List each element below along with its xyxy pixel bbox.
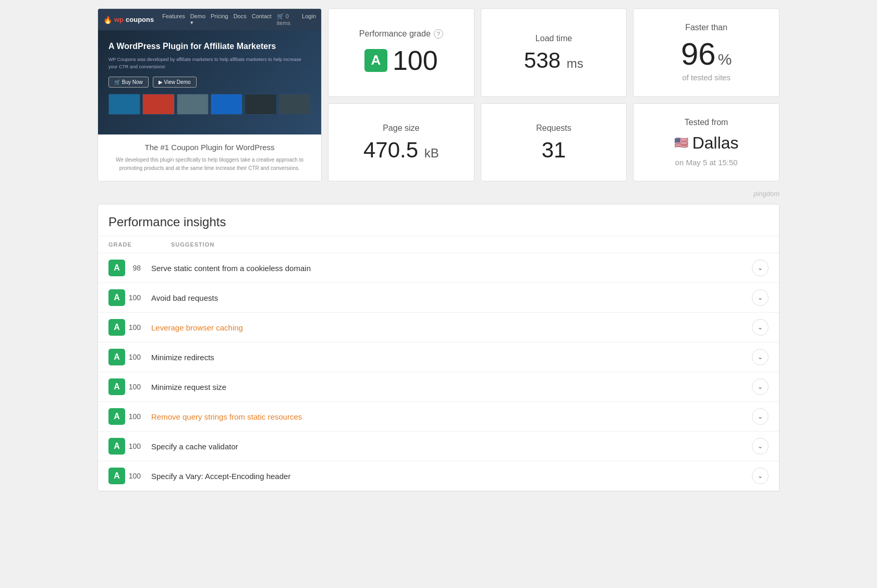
- insight-score: 100: [125, 412, 151, 421]
- insight-row: A 100 Minimize request size ⌄: [98, 372, 779, 402]
- tested-from-card: Tested from 🇺🇸 Dallas on May 5 at 15:50: [633, 103, 779, 182]
- faster-than-value: 96 %: [681, 39, 732, 70]
- col-suggestion-header: SUGGESTION: [171, 241, 769, 248]
- chevron-down-icon[interactable]: ⌄: [752, 260, 769, 276]
- requests-card: Requests 31: [481, 103, 627, 182]
- chevron-down-icon[interactable]: ⌄: [752, 408, 769, 425]
- insight-row: A 100 Remove query strings from static r…: [98, 402, 779, 432]
- load-time-card: Load time 538 ms: [481, 8, 627, 97]
- thumb-3: [177, 94, 209, 115]
- faster-than-card: Faster than 96 % of tested sites: [633, 8, 779, 97]
- insight-suggestion: Specify a Vary: Accept-Encoding header: [151, 472, 752, 481]
- insight-score: 100: [125, 323, 151, 332]
- help-icon[interactable]: ?: [434, 29, 443, 39]
- insight-row: A 98 Serve static content from a cookiel…: [98, 253, 779, 283]
- site-title: The #1 Coupon Plugin for WordPress: [106, 143, 313, 152]
- page-size-value: 470.5 kB: [363, 139, 439, 161]
- preview-screenshot: A WordPress Plugin for Affiliate Markete…: [98, 30, 321, 134]
- preview-buttons: 🛒 Buy Now ▶ View Demo: [108, 77, 311, 88]
- insights-section: Performance insights GRADE SUGGESTION A …: [98, 204, 779, 492]
- insight-suggestion: Serve static content from a cookieless d…: [151, 264, 752, 273]
- insight-row: A 100 Minimize redirects ⌄: [98, 342, 779, 372]
- insight-row: A 100 Specify a Vary: Accept-Encoding he…: [98, 461, 779, 491]
- load-time-value: 538 ms: [524, 50, 583, 71]
- chevron-down-icon[interactable]: ⌄: [752, 319, 769, 336]
- tested-from-sub: on May 5 at 15:50: [675, 158, 738, 167]
- thumb-1: [108, 94, 140, 115]
- insight-score: 100: [125, 383, 151, 391]
- preview-footer: The #1 Coupon Plugin for WordPress We de…: [98, 134, 321, 181]
- chevron-down-icon[interactable]: ⌄: [752, 468, 769, 484]
- insight-row: A 100 Specify a cache validator ⌄: [98, 432, 779, 461]
- grade-score-container: A 100: [364, 45, 438, 76]
- flame-icon: 🔥: [103, 16, 112, 24]
- faster-than-label: Faster than: [685, 23, 727, 32]
- performance-grade-label: Performance grade ?: [359, 29, 443, 39]
- preview-thumbnails: [108, 94, 311, 115]
- page-size-card: Page size 470.5 kB: [328, 103, 474, 182]
- grade-score: 100: [393, 45, 438, 76]
- insights-table-header: GRADE SUGGESTION: [98, 236, 779, 253]
- thumb-6: [279, 94, 311, 115]
- insight-score: 100: [125, 442, 151, 450]
- insight-suggestion: Minimize redirects: [151, 353, 752, 362]
- hero-title: A WordPress Plugin for Affiliate Markete…: [108, 41, 311, 52]
- chevron-down-icon[interactable]: ⌄: [752, 349, 769, 365]
- demo-button[interactable]: ▶ View Demo: [153, 77, 197, 88]
- tested-from-row: 🇺🇸 Dallas: [674, 133, 739, 153]
- chevron-down-icon[interactable]: ⌄: [752, 438, 769, 455]
- pingdom-attribution: pingdom: [98, 188, 779, 200]
- browser-bar: 🔥 wp coupons Features Demo ▾ Pricing Doc…: [98, 9, 321, 30]
- chevron-down-icon[interactable]: ⌄: [752, 378, 769, 395]
- insight-score: 100: [125, 353, 151, 361]
- insight-score: 100: [125, 293, 151, 302]
- performance-grade-card: Performance grade ? A 100: [328, 8, 474, 97]
- insight-badge: A: [108, 408, 125, 425]
- preview-card: 🔥 wp coupons Features Demo ▾ Pricing Doc…: [98, 8, 322, 181]
- tested-from-label: Tested from: [685, 118, 728, 127]
- page-size-label: Page size: [383, 124, 419, 133]
- buy-button[interactable]: 🛒 Buy Now: [108, 77, 149, 88]
- thumb-4: [211, 94, 242, 115]
- thumb-5: [245, 94, 276, 115]
- insight-badge: A: [108, 468, 125, 484]
- insight-score: 100: [125, 472, 151, 480]
- insight-badge: A: [108, 289, 125, 306]
- insight-suggestion: Specify a cache validator: [151, 442, 752, 451]
- insights-title: Performance insights: [108, 215, 769, 229]
- load-time-label: Load time: [535, 34, 572, 43]
- flag-icon: 🇺🇸: [674, 136, 688, 150]
- insight-row: A 100 Avoid bad requests ⌄: [98, 283, 779, 313]
- site-logo: 🔥 wp coupons: [103, 16, 154, 24]
- insight-suggestion: Remove query strings from static resourc…: [151, 412, 752, 421]
- insight-suggestion: Leverage browser caching: [151, 323, 752, 332]
- faster-than-sub: of tested sites: [682, 73, 730, 82]
- requests-value: 31: [542, 139, 566, 161]
- insight-badge: A: [108, 260, 125, 276]
- insight-badge: A: [108, 438, 125, 455]
- tested-location: Dallas: [692, 133, 739, 153]
- insights-header: Performance insights: [98, 204, 779, 236]
- thumb-2: [142, 94, 174, 115]
- insight-row: A 100 Leverage browser caching ⌄: [98, 313, 779, 342]
- col-grade-header: GRADE: [108, 241, 171, 248]
- site-desc: We developed this plugin specifically to…: [106, 156, 313, 173]
- insight-suggestion: Minimize request size: [151, 383, 752, 391]
- chevron-down-icon[interactable]: ⌄: [752, 289, 769, 306]
- insight-suggestion: Avoid bad requests: [151, 293, 752, 302]
- hero-desc: WP Coupons was developed by affiliate ma…: [108, 56, 311, 70]
- top-grid: 🔥 wp coupons Features Demo ▾ Pricing Doc…: [98, 8, 779, 181]
- insights-rows: A 98 Serve static content from a cookiel…: [98, 253, 779, 491]
- grade-badge: A: [364, 49, 387, 72]
- insight-badge: A: [108, 378, 125, 395]
- requests-label: Requests: [536, 124, 571, 133]
- insight-badge: A: [108, 319, 125, 336]
- insight-score: 98: [125, 264, 151, 272]
- browser-nav: Features Demo ▾ Pricing Docs Contact 🛒 0…: [162, 13, 316, 26]
- insight-badge: A: [108, 349, 125, 365]
- main-container: 🔥 wp coupons Features Demo ▾ Pricing Doc…: [89, 0, 788, 500]
